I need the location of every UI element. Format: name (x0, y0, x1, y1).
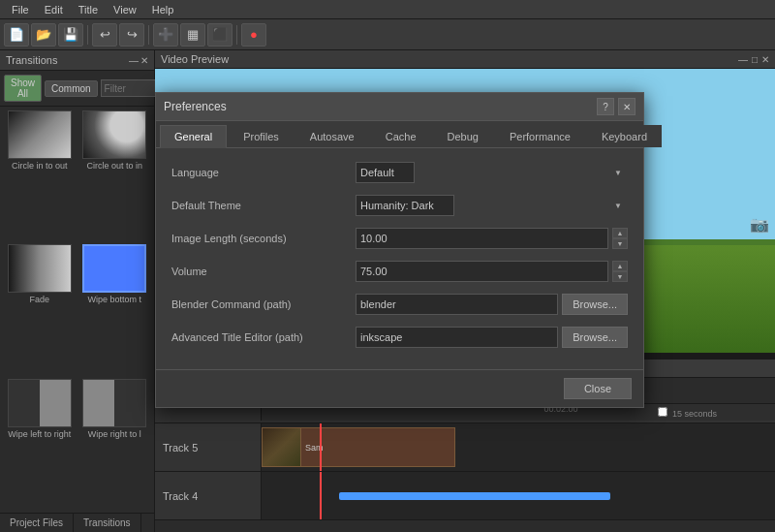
transition-circle-in[interactable]: Circle in to out (4, 110, 76, 240)
title-editor-browse-btn[interactable]: Browse... (562, 327, 628, 348)
dialog-help-btn[interactable]: ? (597, 98, 614, 115)
preview-header: Video Preview — □ ✕ (155, 50, 775, 69)
panel-close-btn[interactable]: ✕ (140, 55, 148, 66)
volume-row: Volume ▲ ▼ (171, 259, 628, 284)
menu-title[interactable]: Title (71, 2, 106, 17)
toolbar-sep-2 (148, 25, 149, 45)
wipe-left-label: Wipe left to right (8, 429, 72, 439)
transitions-title: Transitions (6, 54, 57, 66)
redo-btn[interactable]: ↪ (119, 23, 144, 47)
tab-general[interactable]: General (160, 125, 227, 148)
save-btn[interactable]: 💾 (58, 23, 83, 47)
menu-view[interactable]: View (106, 2, 144, 17)
dialog-close-btn[interactable]: ✕ (618, 98, 636, 115)
show-all-btn[interactable]: Show All (4, 75, 42, 102)
toolbar-sep-1 (87, 25, 88, 45)
fade-label: Fade (8, 295, 72, 304)
image-length-input[interactable] (356, 228, 608, 249)
timeline-tracks: Track 5 Sam Track 4 (155, 423, 775, 532)
undo-btn[interactable]: ↩ (92, 23, 117, 47)
image-length-row: Image Length (seconds) ▲ ▼ (171, 226, 628, 251)
preview-title: Video Preview (161, 53, 229, 65)
language-select-wrapper: Default ▼ (356, 162, 628, 183)
tab-cache[interactable]: Cache (371, 125, 431, 147)
add-btn[interactable]: ➕ (153, 23, 178, 47)
volume-down[interactable]: ▼ (612, 271, 628, 282)
menu-file[interactable]: File (4, 2, 37, 17)
dialog-titlebar: Preferences ? ✕ (156, 93, 643, 121)
title-editor-input[interactable] (356, 327, 558, 348)
transition-wipe-bottom[interactable]: Wipe bottom t (79, 244, 151, 374)
menu-help[interactable]: Help (144, 2, 182, 17)
title-editor-row: Advanced Title Editor (path) Browse... (171, 325, 628, 350)
project-files-tab[interactable]: Project Files (0, 514, 74, 532)
preview-max-btn[interactable]: □ (752, 54, 758, 65)
theme-select-wrapper: Humanity: Dark ▼ (356, 195, 628, 216)
toolbar: 📄 📂 💾 ↩ ↪ ➕ ▦ ⬛ ● (0, 19, 775, 50)
ruler-right-label: 15 seconds (672, 409, 717, 419)
theme-select[interactable]: Humanity: Dark (356, 195, 454, 216)
language-label: Language (171, 167, 356, 178)
open-btn[interactable]: 📂 (31, 23, 56, 47)
preview-close-btn[interactable]: ✕ (761, 54, 769, 65)
ruler-checkbox[interactable] (658, 407, 667, 417)
transitions-tab[interactable]: Transitions (74, 514, 141, 532)
transition-circle-out[interactable]: Circle out to in (79, 110, 151, 240)
track-4-label: Track 4 (155, 472, 262, 519)
preview-min-btn[interactable]: — (738, 54, 748, 65)
language-select[interactable]: Default (356, 162, 415, 183)
playhead-2 (320, 472, 322, 519)
volume-label: Volume (171, 266, 356, 277)
track-5-clip[interactable]: Sam (262, 427, 455, 467)
volume-control: ▲ ▼ (356, 261, 628, 282)
close-button[interactable]: Close (564, 378, 632, 399)
tab-profiles[interactable]: Profiles (229, 125, 294, 147)
language-select-arrow: ▼ (614, 169, 622, 177)
menu-edit[interactable]: Edit (37, 2, 71, 17)
theme-label: Default Theme (171, 200, 356, 211)
transition-wipe-left[interactable]: Wipe left to right (4, 379, 76, 509)
panel-close-btns: — ✕ (129, 55, 148, 66)
volume-input[interactable] (356, 261, 608, 282)
blender-browse-btn[interactable]: Browse... (562, 294, 628, 315)
export-btn[interactable]: ⬛ (207, 23, 232, 47)
image-length-up[interactable]: ▲ (612, 228, 628, 238)
track-4-content[interactable] (262, 472, 775, 519)
image-length-down[interactable]: ▼ (612, 238, 628, 249)
wipe-right-thumb (82, 379, 146, 427)
dialog-footer: Close (156, 369, 643, 407)
circle-in-label: Circle in to out (8, 161, 72, 171)
title-editor-label: Advanced Title Editor (path) (171, 331, 356, 343)
blender-input[interactable] (356, 294, 558, 315)
new-btn[interactable]: 📄 (4, 23, 29, 47)
clip-thumb (263, 428, 301, 466)
record-btn[interactable]: ● (241, 23, 266, 47)
track-5-content[interactable]: Sam (262, 423, 775, 471)
tab-debug[interactable]: Debug (433, 125, 493, 147)
tab-autosave[interactable]: Autosave (295, 125, 369, 147)
tab-keyboard[interactable]: Keyboard (587, 125, 662, 147)
circle-in-thumb (8, 110, 72, 159)
layout-btn[interactable]: ▦ (180, 23, 205, 47)
circle-out-thumb (82, 110, 146, 159)
blender-label: Blender Command (path) (171, 298, 356, 310)
blender-row: Blender Command (path) Browse... (171, 292, 628, 317)
tab-performance[interactable]: Performance (495, 125, 585, 147)
transition-fade[interactable]: Fade (4, 244, 76, 374)
preferences-dialog: Preferences ? ✕ General Profiles Autosav… (155, 92, 644, 408)
panel-min-btn[interactable]: — (129, 55, 139, 66)
volume-up[interactable]: ▲ (612, 261, 628, 271)
volume-spin: ▲ ▼ (612, 261, 628, 282)
menubar: File Edit Title View Help (0, 0, 775, 19)
bottom-tabs: Project Files Transitions (0, 513, 154, 532)
circle-out-label: Circle out to in (82, 161, 146, 171)
dialog-body: Language Default ▼ Default Theme (156, 148, 643, 369)
track-5-label: Track 5 (155, 423, 262, 471)
language-row: Language Default ▼ (171, 160, 628, 185)
theme-row: Default Theme Humanity: Dark ▼ (171, 193, 628, 218)
transitions-toolbar: Show All Common ✕ (0, 71, 154, 107)
transition-wipe-right[interactable]: Wipe right to l (79, 379, 151, 509)
common-btn[interactable]: Common (45, 80, 98, 97)
wipe-right-label: Wipe right to l (82, 429, 146, 439)
title-editor-control: Browse... (356, 327, 628, 348)
